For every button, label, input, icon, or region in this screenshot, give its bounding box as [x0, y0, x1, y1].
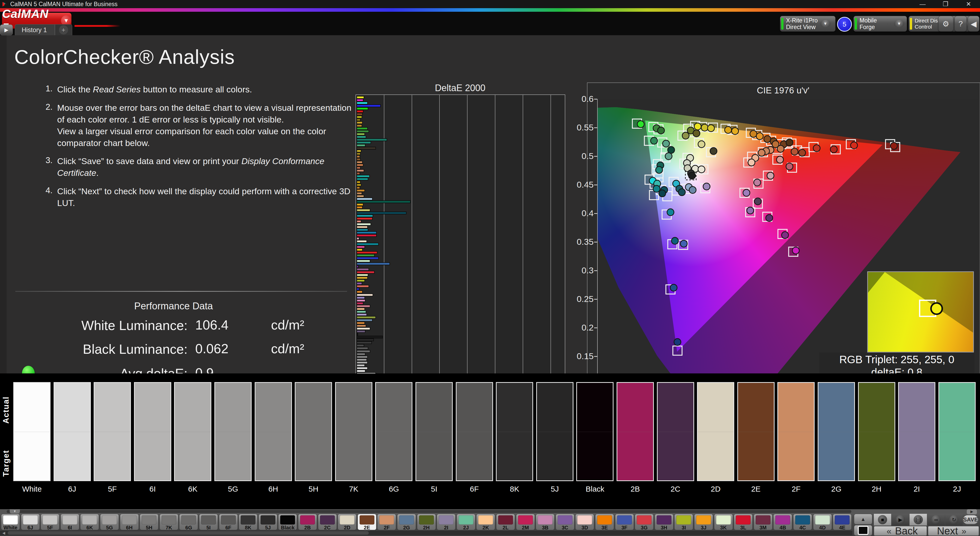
deltae-bar[interactable]: [356, 215, 373, 217]
toolbar-scroll-track[interactable]: [6, 510, 851, 513]
swatch-button-3J[interactable]: 3J: [694, 514, 713, 530]
deltae-bar[interactable]: [356, 127, 368, 130]
deltae-bar[interactable]: [356, 172, 360, 175]
deltae-bar[interactable]: [356, 130, 369, 133]
back-button[interactable]: « Back: [874, 526, 927, 536]
comparator-patch[interactable]: [496, 382, 533, 481]
swatch-button-4D[interactable]: 4D: [813, 514, 832, 530]
deltae-bar[interactable]: [356, 189, 365, 192]
deltae-bar[interactable]: [356, 124, 362, 127]
source-dropdown[interactable]: Mobile Forge ▼: [853, 16, 907, 32]
deltae-bar[interactable]: [356, 158, 361, 161]
deltae-bar[interactable]: [356, 107, 368, 110]
deltae-bar[interactable]: [356, 288, 360, 291]
comparator-patch[interactable]: [536, 382, 573, 481]
deltae-bar[interactable]: [356, 319, 372, 321]
meter-count-badge[interactable]: 5: [837, 17, 852, 32]
swatch-button-2F[interactable]: 2F: [377, 514, 396, 530]
comparator-patch[interactable]: [295, 382, 332, 481]
swatch-button-4C[interactable]: 4C: [793, 514, 812, 530]
swatch-button-8K[interactable]: 8K: [239, 514, 258, 530]
deltae-bar[interactable]: [356, 302, 363, 305]
deltae-bar[interactable]: [356, 197, 372, 200]
comparator-patch[interactable]: [858, 382, 895, 481]
deltae-bar[interactable]: [356, 240, 367, 243]
deltae-bar[interactable]: [356, 223, 371, 226]
comparator-patch[interactable]: [697, 382, 734, 481]
swatch-button-2H[interactable]: 2H: [417, 514, 436, 530]
comparator-patch[interactable]: [335, 382, 372, 481]
read-continuous-button[interactable]: ∞: [928, 514, 945, 525]
swatch-button-6J[interactable]: 6J: [21, 514, 40, 530]
deltae-bar[interactable]: [356, 212, 407, 215]
comparator-patch[interactable]: [375, 382, 412, 481]
comparator-patch[interactable]: [415, 382, 453, 481]
deltae-bar[interactable]: [356, 310, 366, 313]
deltae-bar[interactable]: [356, 259, 370, 262]
deltae-bar[interactable]: [356, 305, 370, 307]
deltae-bar[interactable]: [356, 234, 377, 237]
deltae-bar[interactable]: [356, 144, 366, 147]
deltae-bar[interactable]: [356, 178, 368, 180]
swatch-button-2M[interactable]: 2M: [516, 514, 535, 530]
collapse-panel-button[interactable]: ◀: [968, 16, 980, 32]
deltae-bar[interactable]: [356, 155, 360, 158]
deltae-bar[interactable]: [356, 339, 374, 341]
scrollbar-thumb[interactable]: [8, 531, 369, 535]
deltae-bar[interactable]: [356, 102, 368, 104]
swatch-button-3E[interactable]: 3E: [595, 514, 614, 530]
swatch-button-6K[interactable]: 6K: [80, 514, 99, 530]
deltae-bar[interactable]: [356, 169, 364, 172]
swatch-button-2L[interactable]: 2L: [496, 514, 515, 530]
deltae-bar[interactable]: [356, 277, 368, 279]
swatch-button-2J[interactable]: 2J: [457, 514, 476, 530]
comparator-patch[interactable]: [777, 382, 815, 481]
deltae-bar[interactable]: [356, 316, 376, 319]
next-button[interactable]: Next »: [928, 526, 979, 536]
comparator-patch[interactable]: [13, 382, 51, 481]
swatch-button-5H[interactable]: 5H: [140, 514, 159, 530]
toolbar-handle-right[interactable]: ▶: [967, 509, 977, 514]
swatch-button-2G[interactable]: 2G: [397, 514, 416, 530]
deltae-bar[interactable]: [356, 245, 365, 248]
deltae-bar[interactable]: [356, 186, 360, 189]
swatch-button-White[interactable]: White: [1, 514, 20, 530]
comparator-patch[interactable]: [134, 382, 171, 481]
swatch-button-3B[interactable]: 3B: [536, 514, 555, 530]
play-button[interactable]: ▶: [892, 514, 909, 525]
deltae-bar[interactable]: [356, 150, 361, 153]
swatch-button-3C[interactable]: 3C: [555, 514, 574, 530]
tab-history-1[interactable]: History 1: [15, 24, 55, 35]
swatch-button-5G[interactable]: 5G: [100, 514, 119, 530]
deltae-bar[interactable]: [356, 294, 373, 296]
swatch-button-4E[interactable]: 4E: [833, 514, 852, 530]
comparator-patch[interactable]: [94, 382, 131, 481]
deltae-bar[interactable]: [356, 96, 364, 99]
deltae-bar[interactable]: [356, 279, 365, 282]
deltae-bar[interactable]: [356, 353, 366, 356]
deltae-bar[interactable]: [356, 248, 363, 251]
deltae-bar[interactable]: [356, 195, 364, 197]
tab-scroll-button[interactable]: ▶: [0, 24, 13, 35]
deltae-bar[interactable]: [356, 344, 364, 347]
comparator-patch[interactable]: [818, 382, 855, 481]
swatch-button-6I[interactable]: 6I: [60, 514, 80, 530]
scroll-left-icon[interactable]: ◀: [0, 531, 7, 535]
swatch-button-5J[interactable]: 5J: [259, 514, 277, 530]
swatch-button-2D[interactable]: 2D: [338, 514, 356, 530]
deltae-bar[interactable]: [356, 265, 359, 268]
deltae-bar[interactable]: [356, 226, 368, 229]
swatch-button-5I[interactable]: 5I: [199, 514, 218, 530]
deltae-bar[interactable]: [356, 217, 372, 220]
deltae-bar[interactable]: [356, 164, 363, 166]
deltae-bar[interactable]: [356, 141, 371, 144]
deltae-bar[interactable]: [356, 274, 368, 277]
deltae-bar[interactable]: [356, 333, 358, 336]
deltae-bar[interactable]: [356, 327, 370, 330]
deltae-bar[interactable]: [356, 110, 363, 113]
swatch-button-3M[interactable]: 3M: [754, 514, 773, 530]
deltae-bar[interactable]: [356, 341, 372, 344]
comparator-patch[interactable]: [898, 382, 935, 481]
cie-chart[interactable]: RGB Triplet: 255, 255, 0 deltaE: 0.8: [597, 99, 978, 385]
comparator-patch[interactable]: [576, 382, 614, 481]
